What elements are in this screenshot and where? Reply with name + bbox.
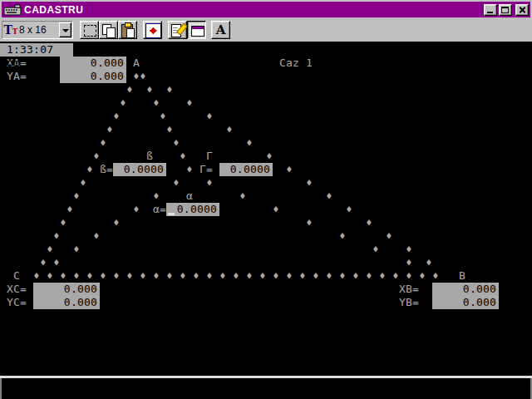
- diamond-point: ♦: [180, 269, 186, 283]
- expand-view-button[interactable]: [143, 21, 162, 39]
- diamond-point: ♦: [86, 163, 93, 176]
- diamond-point: ♦: [366, 269, 372, 283]
- term-label: YB=: [399, 296, 419, 309]
- diamond-point: ♦: [372, 243, 379, 256]
- field-yb: 0.000: [432, 296, 499, 309]
- maximize-button[interactable]: [499, 4, 512, 16]
- select-region-button[interactable]: [80, 21, 99, 39]
- term-label: α=: [153, 203, 166, 216]
- diamond-point: ♦: [93, 150, 100, 163]
- diamond-point: ♦: [339, 269, 346, 283]
- diamond-point: ♦: [180, 150, 186, 163]
- diamond-point: ♦: [113, 269, 120, 283]
- diamond-point: ♦: [73, 269, 80, 283]
- field-xb-value: 0.000: [463, 283, 496, 295]
- letter-A-icon: A: [216, 22, 226, 37]
- copy-button[interactable]: [99, 21, 118, 39]
- diamond-point: ♦: [73, 243, 80, 256]
- term-label: α: [186, 190, 193, 203]
- diamond-point: ♦: [113, 216, 120, 229]
- app-window: CADASTRU TT 8 x 16: [0, 0, 532, 376]
- diamond-point: ♦: [86, 269, 93, 283]
- field-yc: 0.000: [33, 296, 100, 309]
- diamond-point: ♦: [286, 163, 293, 176]
- diamond-point: ♦: [80, 176, 86, 190]
- maximize-icon: [501, 7, 509, 13]
- close-button[interactable]: [515, 4, 529, 16]
- chevron-down-icon: [62, 29, 69, 36]
- diamond-point: ♦: [47, 243, 53, 256]
- diamond-point: ♦: [419, 269, 426, 283]
- diamond-point: ♦: [173, 136, 180, 150]
- diamond-point: ♦: [173, 176, 180, 190]
- field-clock: 1:33:07 pm: [0, 43, 73, 57]
- diamond-point: ♦: [206, 110, 213, 123]
- diamond-point: ♦: [226, 123, 233, 136]
- diamond-point: ♦: [379, 269, 386, 283]
- field-yc-value: 0.000: [64, 296, 97, 308]
- field-xa-value: 0.000: [91, 57, 124, 69]
- window-view-button[interactable]: [187, 21, 206, 39]
- field-xb: 0.000: [432, 283, 499, 296]
- term-label: ß=: [100, 163, 113, 176]
- font-size-combobox[interactable]: TT 8 x 16: [2, 21, 73, 39]
- diamond-point: ♦: [126, 269, 133, 283]
- mini-window-icon: [191, 26, 204, 37]
- diamond-point: ♦: [406, 243, 412, 256]
- diamond-point: ♦: [246, 136, 253, 150]
- term-label: XB=: [399, 283, 419, 296]
- field-alpha-value: 0.0000: [177, 203, 217, 215]
- diamond-point: ♦: [160, 110, 166, 123]
- diamond-point: ♦: [93, 229, 100, 243]
- diamond-point: ♦: [366, 216, 372, 229]
- field-alpha[interactable]: 0.0000: [166, 203, 219, 216]
- desktop: CADASTRU TT 8 x 16: [0, 0, 532, 399]
- field-xc-value: 0.000: [64, 283, 97, 295]
- diamond-point: ♦: [326, 269, 332, 283]
- properties-button[interactable]: [168, 21, 187, 39]
- diamond-point: ♦: [346, 203, 352, 216]
- toolbar: TT 8 x 16: [0, 17, 532, 42]
- diamond-point: ♦: [313, 269, 319, 283]
- diamond-point: ♦: [133, 70, 140, 83]
- field-ya: 0.000: [60, 70, 126, 83]
- diamond-point: ♦: [392, 269, 399, 283]
- diamond-point: ♦: [140, 70, 146, 83]
- diamond-point: ♦: [166, 269, 173, 283]
- font-style-button[interactable]: A: [211, 21, 230, 39]
- window-title: CADASTRU: [24, 4, 484, 16]
- titlebar[interactable]: CADASTRU: [2, 2, 530, 17]
- terminal-screen[interactable]: XA=ACaz 1YA=ßΓß=Γ=αα=CBXC=YC=XB=YB=1:33:…: [0, 42, 532, 376]
- diamond-point: ♦: [193, 269, 200, 283]
- paste-button[interactable]: [118, 21, 137, 39]
- diamond-point: ♦: [60, 269, 66, 283]
- diamond-point: ♦: [120, 96, 126, 110]
- field-yb-value: 0.000: [463, 296, 496, 308]
- diamond-point: ♦: [259, 269, 266, 283]
- diamond-point: ♦: [166, 123, 173, 136]
- diamond-point: ♦: [273, 269, 279, 283]
- diamond-point: ♦: [66, 203, 73, 216]
- diamond-point: ♦: [126, 83, 133, 96]
- diamond-point: ♦: [53, 256, 60, 269]
- field-clock-value: 1:33:07 pm: [7, 43, 53, 69]
- term-label: A: [133, 57, 140, 70]
- diamond-point: ♦: [47, 269, 53, 283]
- diamond-point: ♦: [432, 269, 439, 283]
- diamond-point: ♦: [273, 203, 279, 216]
- diamond-point: ♦: [73, 190, 80, 203]
- keyboard-icon: [3, 4, 22, 16]
- diamond-point: ♦: [233, 269, 239, 283]
- diamond-point: ♦: [352, 269, 359, 283]
- minimize-button[interactable]: [484, 4, 497, 16]
- field-gamma-value: 0.0000: [230, 163, 270, 175]
- diamond-point: ♦: [246, 269, 253, 283]
- diamond-point: ♦: [406, 269, 412, 283]
- font-size-dropdown-button[interactable]: [59, 22, 71, 37]
- diamond-point: ♦: [33, 269, 40, 283]
- diamond-point: ♦: [299, 269, 306, 283]
- term-label: Caz 1: [279, 57, 313, 70]
- diamond-point: ♦: [386, 229, 392, 243]
- diamond-point: ♦: [306, 176, 313, 190]
- diamond-point: ♦: [306, 216, 313, 229]
